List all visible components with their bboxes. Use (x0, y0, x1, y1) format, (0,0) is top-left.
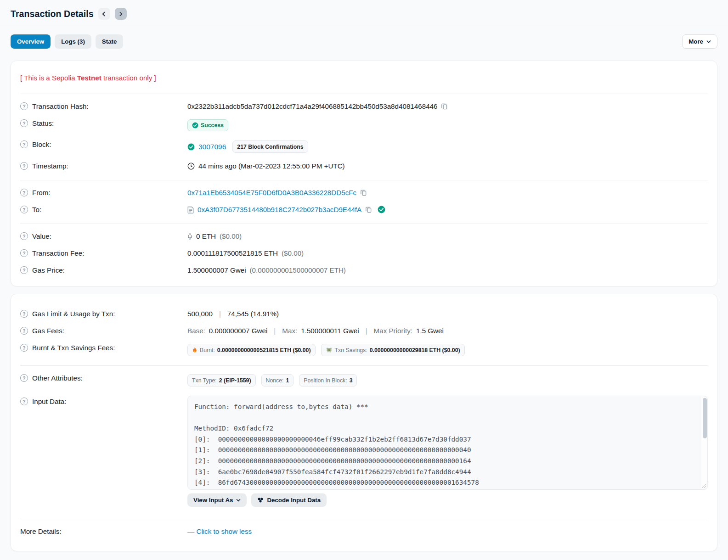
value-amount: 0 ETH (196, 232, 216, 240)
gas-fees-label: Gas Fees: (32, 327, 64, 335)
copy-transaction-hash-button[interactable] (441, 103, 448, 110)
tab-logs[interactable]: Logs (3) (55, 34, 91, 49)
gas-limit-usage-row: ?Gas Limit & Usage by Txn: 500,000 | 74,… (20, 305, 708, 322)
status-label: Status: (32, 119, 54, 127)
transaction-fee-amount: 0.000111817500521815 ETH (187, 249, 278, 257)
copy-icon (360, 189, 367, 196)
help-icon[interactable]: ? (20, 189, 28, 196)
gas-used: 74,545 (14.91%) (227, 310, 279, 318)
burnt-fees-badge: Burnt: 0.000000000000521815 ETH ($0.00) (187, 344, 316, 356)
gas-price-eth: (0.000000001500000007 ETH) (250, 266, 346, 274)
chevron-right-icon (118, 11, 123, 17)
help-icon[interactable]: ? (20, 398, 28, 405)
flame-icon (192, 347, 198, 353)
more-dropdown-button[interactable]: More (682, 34, 717, 49)
scrollbar-thumb[interactable] (703, 398, 707, 438)
timestamp-row: ?Timestamp: 44 mins ago (Mar-02-2023 12:… (20, 157, 708, 174)
divider (20, 180, 708, 180)
to-address-link[interactable]: 0xA3f07D6773514480b918C2742b027b3acD9E44… (198, 206, 361, 213)
check-circle-icon (187, 143, 195, 151)
burnt-value: 0.000000000000521815 ETH ($0.00) (217, 347, 311, 353)
transaction-hash-value: 0x2322b311adcb5da737d012cdcf71a4a29f4068… (187, 102, 437, 110)
help-icon[interactable]: ? (20, 206, 28, 213)
help-icon[interactable]: ? (20, 344, 28, 352)
help-icon[interactable]: ? (20, 374, 28, 382)
from-address-link[interactable]: 0x71a1Eb6534054E75F0D6fD0A3B0A336228DD5c… (187, 189, 356, 196)
to-label: To: (32, 206, 41, 213)
tab-overview[interactable]: Overview (11, 34, 51, 49)
resize-handle[interactable] (702, 484, 706, 488)
previous-transaction-button[interactable] (98, 8, 110, 20)
decode-input-data-button[interactable]: Decode Input Data (251, 493, 327, 507)
page-title: Transaction Details (11, 9, 94, 19)
header-divider (0, 26, 728, 26)
transaction-hash-row: ?Transaction Hash: 0x2322b311adcb5da737d… (20, 98, 708, 115)
copy-to-address-button[interactable] (365, 206, 372, 213)
gas-price-label: Gas Price: (32, 266, 65, 274)
from-row: ?From: 0x71a1Eb6534054E75F0D6fD0A3B0A336… (20, 184, 708, 201)
help-icon[interactable]: ? (20, 102, 28, 110)
more-details-label: More Details: (20, 527, 61, 535)
testnet-warning: [ This is a Sepolia Testnet transaction … (20, 70, 708, 91)
show-less-link[interactable]: — Click to show less (187, 527, 252, 535)
gas-fees-row: ?Gas Fees: Base: 0.000000007 Gwei | Max:… (20, 322, 708, 339)
ethereum-icon (187, 233, 192, 240)
help-icon[interactable]: ? (20, 249, 28, 257)
status-badge: Success (187, 119, 228, 131)
copy-from-address-button[interactable] (360, 189, 367, 196)
divider (20, 365, 708, 366)
input-data-row: ?Input Data: Function: forward(address t… (20, 391, 708, 511)
help-icon[interactable]: ? (20, 140, 28, 148)
txn-type-badge: Txn Type: 2 (EIP-1559) (187, 374, 256, 386)
help-icon[interactable]: ? (20, 266, 28, 274)
tab-bar: Overview Logs (3) State More (11, 34, 717, 49)
gas-price-amount: 1.500000007 Gwei (187, 266, 246, 274)
help-icon[interactable]: ? (20, 232, 28, 240)
chevron-left-icon (102, 11, 107, 17)
txn-savings-value: 0.00000000000029818 ETH ($0.00) (370, 347, 460, 353)
help-icon[interactable]: ? (20, 310, 28, 318)
to-row: ?To: 0xA3f07D6773514480b918C2742b027b3ac… (20, 201, 708, 218)
copy-icon (365, 206, 372, 213)
burnt-label: Burnt: (200, 347, 215, 353)
burnt-savings-row: ?Burnt & Txn Savings Fees: Burnt: 0.0000… (20, 339, 708, 361)
block-confirmations-badge: 217 Block Confirmations (232, 140, 308, 153)
help-icon[interactable]: ? (20, 162, 28, 170)
help-icon[interactable]: ? (20, 327, 28, 335)
copy-icon (441, 103, 448, 110)
transaction-fee-label: Transaction Fee: (32, 249, 84, 257)
max-priority-fee-label: Max Priority: (374, 327, 412, 335)
transaction-fee-usd: ($0.00) (282, 249, 304, 257)
burnt-savings-label: Burnt & Txn Savings Fees: (32, 344, 115, 352)
input-data-content: Function: forward(address to,bytes data)… (194, 402, 697, 490)
base-fee-label: Base: (187, 327, 205, 335)
timestamp-label: Timestamp: (32, 162, 68, 170)
gas-limit-usage-label: Gas Limit & Usage by Txn: (32, 310, 115, 318)
timestamp-value: 44 mins ago (Mar-02-2023 12:55:00 PM +UT… (198, 162, 345, 170)
chevron-down-icon (706, 40, 711, 43)
value-usd: ($0.00) (220, 232, 242, 240)
tab-state[interactable]: State (96, 34, 124, 49)
txn-savings-badge: Txn Savings: 0.00000000000029818 ETH ($0… (321, 344, 465, 356)
position-in-block-badge: Position In Block: 3 (299, 374, 357, 386)
help-icon[interactable]: ? (20, 119, 28, 127)
view-input-as-button[interactable]: View Input As (187, 493, 247, 507)
more-details-row: More Details: — Click to show less (20, 523, 708, 543)
max-fee-label: Max: (282, 327, 297, 335)
divider (20, 94, 708, 94)
from-label: From: (32, 189, 51, 196)
transaction-hash-label: Transaction Hash: (32, 102, 89, 110)
input-data-label: Input Data: (32, 398, 66, 405)
next-transaction-button[interactable] (115, 8, 127, 20)
value-label: Value: (32, 232, 51, 240)
other-attributes-label: Other Attributes: (32, 374, 83, 382)
block-number-link[interactable]: 3007096 (198, 143, 226, 151)
max-priority-fee: 1.5 Gwei (416, 327, 444, 335)
transaction-fee-row: ?Transaction Fee: 0.000111817500521815 E… (20, 245, 708, 262)
clock-icon (187, 162, 195, 170)
contract-file-icon (187, 206, 194, 213)
cubes-icon (257, 497, 264, 503)
money-with-wings-icon (326, 347, 333, 353)
input-data-textarea[interactable]: Function: forward(address to,bytes data)… (187, 396, 708, 490)
check-circle-icon (192, 122, 198, 129)
